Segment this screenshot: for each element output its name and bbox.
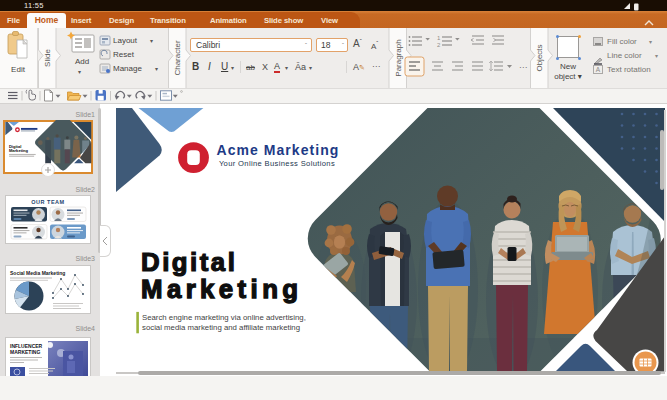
svg-text:social media marketing and aff: social media marketing and affiliate mar…: [142, 323, 300, 332]
svg-text:Digital: Digital: [141, 248, 237, 276]
svg-text:OUR TEAM: OUR TEAM: [31, 199, 64, 205]
svg-text:Marketing: Marketing: [141, 275, 302, 303]
svg-text:Acme Marketing: Acme Marketing: [217, 142, 340, 158]
svg-text:1: 1: [437, 35, 441, 41]
svg-text:2: 2: [437, 42, 441, 48]
svg-text:MARKETING: MARKETING: [10, 349, 40, 355]
svg-text:Social Media Marketing: Social Media Marketing: [10, 270, 65, 276]
svg-text:Marketing: Marketing: [9, 148, 29, 153]
svg-text:Your Online Business Solutions: Your Online Business Solutions: [219, 159, 335, 168]
svg-text:Search engine marketing via on: Search engine marketing via online adver…: [142, 313, 306, 322]
svg-text:⋯: ⋯: [519, 63, 527, 72]
